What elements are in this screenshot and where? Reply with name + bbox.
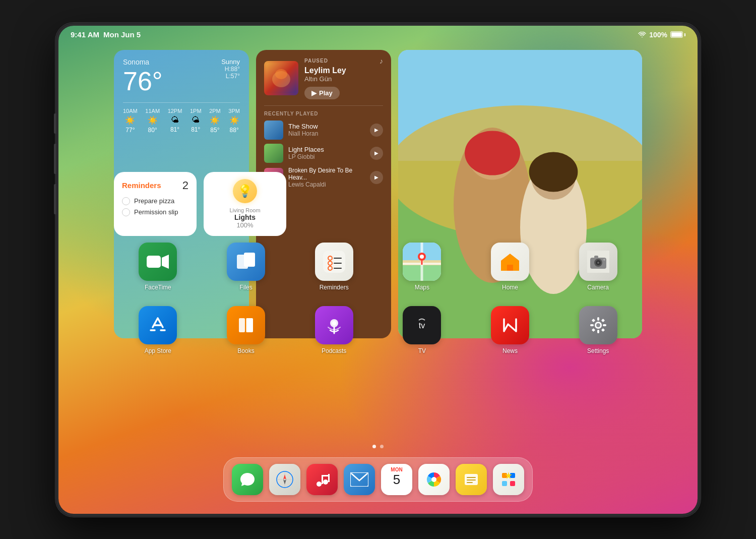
- appstore-icon: [139, 306, 177, 344]
- home-location: Living Room: [229, 207, 260, 213]
- reminder-checkbox-2[interactable]: [122, 208, 130, 216]
- settings-icon: [579, 306, 617, 344]
- app-tv[interactable]: tv TV: [378, 306, 466, 354]
- svg-point-11: [529, 152, 578, 192]
- recent-art-2: [264, 144, 283, 163]
- camera-label: Camera: [587, 284, 609, 291]
- messages-icon: [239, 471, 256, 488]
- music-play-button[interactable]: ▶ Play: [304, 87, 340, 99]
- svg-rect-50: [597, 330, 599, 333]
- svg-point-34: [597, 262, 599, 264]
- podcasts-label: Podcasts: [322, 347, 346, 354]
- podcasts-icon: [315, 306, 353, 344]
- page-dot-2[interactable]: [380, 445, 384, 448]
- dock-freeform[interactable]: [493, 464, 524, 495]
- dock-music[interactable]: [306, 464, 338, 495]
- app-camera[interactable]: Camera: [554, 243, 642, 291]
- svg-rect-71: [467, 477, 476, 478]
- music-note-icon: ♪: [380, 57, 383, 65]
- reminder-item-2: Permission slip: [122, 208, 188, 216]
- music-icon: [313, 471, 331, 488]
- widgets-row-2: Reminders 2 Prepare pizza Permission sli…: [114, 172, 286, 236]
- tv-label: TV: [418, 347, 426, 354]
- svg-rect-29: [507, 265, 513, 271]
- weather-location: Sonoma: [123, 58, 163, 66]
- recent-title-3: Broken By Desire To Be Heav...: [288, 167, 365, 181]
- dock-mail[interactable]: [344, 464, 375, 495]
- svg-point-69: [431, 477, 436, 482]
- page-dot-1[interactable]: [372, 445, 376, 448]
- recent-title-1: The Show: [288, 123, 365, 130]
- recent-track-1[interactable]: The Show Niall Horan ▶: [264, 121, 383, 140]
- app-news[interactable]: News: [466, 306, 554, 354]
- forecast-item-2: 11AM ☀️ 80°: [145, 108, 160, 134]
- music-artist: Altın Gün: [304, 75, 383, 83]
- dock-safari[interactable]: [269, 464, 300, 495]
- facetime-label: FaceTime: [145, 284, 171, 291]
- recent-play-1[interactable]: ▶: [370, 124, 383, 137]
- svg-rect-49: [597, 317, 599, 321]
- app-appstore[interactable]: App Store: [114, 306, 202, 354]
- facetime-icon: [139, 243, 177, 281]
- reminders-app-label: Reminders: [320, 284, 349, 291]
- app-settings[interactable]: Settings: [554, 306, 642, 354]
- app-home[interactable]: Home: [466, 243, 554, 291]
- home-app-icon: [491, 243, 529, 281]
- app-books[interactable]: Books: [202, 306, 290, 354]
- svg-text:tv: tv: [419, 321, 425, 330]
- app-reminders[interactable]: Reminders: [290, 243, 378, 291]
- status-right: 100%: [638, 31, 685, 39]
- dock-photos[interactable]: [418, 464, 450, 495]
- reminders-widget[interactable]: Reminders 2 Prepare pizza Permission sli…: [114, 172, 197, 236]
- svg-point-27: [420, 255, 424, 259]
- recent-play-2[interactable]: ▶: [370, 147, 383, 160]
- home-app-label: Home: [502, 284, 518, 291]
- recent-art-1: [264, 121, 283, 140]
- volume-down-button[interactable]: [54, 144, 56, 174]
- status-date: Mon Jun 5: [103, 30, 141, 39]
- app-files[interactable]: Files: [202, 243, 290, 291]
- books-icon: [227, 306, 265, 344]
- files-label: Files: [239, 284, 252, 291]
- svg-rect-66: [322, 475, 330, 476]
- recent-track-2[interactable]: Light Places LP Giobbi ▶: [264, 144, 383, 163]
- maps-svg: [403, 243, 441, 281]
- svg-rect-75: [510, 473, 515, 478]
- app-maps[interactable]: Maps: [378, 243, 466, 291]
- page-dots: [372, 445, 384, 448]
- app-facetime[interactable]: FaceTime: [114, 243, 202, 291]
- svg-rect-76: [502, 481, 507, 486]
- app-podcasts[interactable]: Podcasts: [290, 306, 378, 354]
- status-bar: 9:41 AM Mon Jun 5 100%: [58, 26, 698, 44]
- volume-up-button[interactable]: [54, 113, 56, 134]
- music-info: PAUSED ♪ Leylim Ley Altın Gün ▶ Play: [304, 57, 383, 99]
- dock-messages[interactable]: [232, 464, 263, 495]
- home-device: Lights: [234, 213, 256, 221]
- recent-play-3[interactable]: ▶: [370, 171, 383, 184]
- svg-point-48: [596, 323, 600, 327]
- reminder-checkbox-1[interactable]: [122, 197, 130, 205]
- music-paused-label: PAUSED: [304, 58, 328, 64]
- weather-condition: Sunny: [221, 58, 240, 66]
- recent-artist-3: Lewis Capaldi: [288, 181, 365, 188]
- dock-notes[interactable]: [456, 464, 487, 495]
- svg-rect-73: [467, 482, 473, 483]
- svg-rect-77: [510, 481, 515, 486]
- reminder-text-2: Permission slip: [134, 208, 178, 216]
- svg-rect-51: [590, 324, 594, 326]
- side-button[interactable]: [54, 184, 56, 214]
- weather-temperature: 76°: [123, 68, 163, 94]
- svg-rect-12: [147, 256, 161, 268]
- recent-artist-2: LP Giobbi: [288, 153, 365, 160]
- safari-icon: [276, 470, 294, 489]
- forecast-item-4: 1PM 🌤 81°: [190, 108, 202, 134]
- svg-point-2: [275, 69, 287, 79]
- status-time: 9:41 AM: [71, 30, 99, 39]
- svg-rect-42: [246, 318, 253, 332]
- appstore-label: App Store: [145, 347, 171, 354]
- dock-calendar[interactable]: MON 5: [381, 464, 412, 495]
- recently-played-label: RECENTLY PLAYED: [264, 111, 383, 116]
- mail-icon: [350, 472, 368, 487]
- home-widget[interactable]: 💡 Living Room Lights 100%: [204, 172, 286, 236]
- home-status: 100%: [236, 221, 253, 229]
